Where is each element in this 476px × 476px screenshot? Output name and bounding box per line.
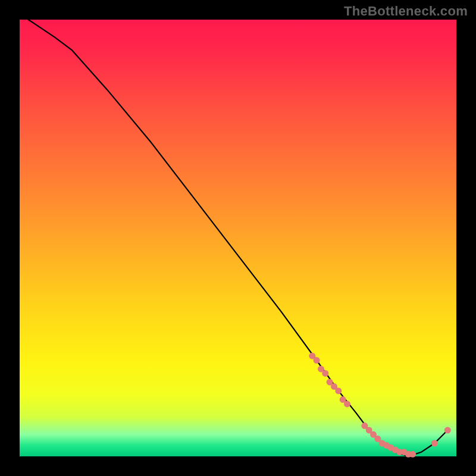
highlight-point — [344, 400, 350, 407]
plot-background — [20, 20, 456, 456]
highlight-point — [314, 357, 320, 364]
watermark-text: TheBottleneck.com — [344, 4, 468, 19]
highlight-point — [431, 440, 438, 447]
highlight-point — [335, 387, 342, 394]
highlight-point — [444, 427, 451, 434]
chart-svg — [0, 0, 476, 476]
highlight-point — [322, 370, 328, 377]
chart-root: TheBottleneck.com — [0, 0, 476, 476]
highlight-point — [409, 451, 416, 458]
